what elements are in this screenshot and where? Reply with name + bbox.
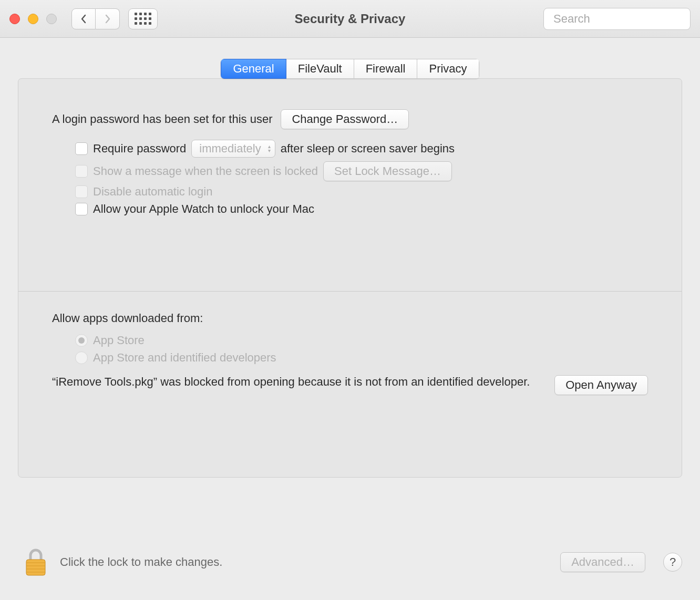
show-lock-message-checkbox xyxy=(75,165,88,178)
general-panel: A login password has been set for this u… xyxy=(18,78,682,478)
updown-chevron-icon: ▴▾ xyxy=(268,144,271,153)
require-password-delay-popup[interactable]: immediately ▴▾ xyxy=(191,140,275,158)
apple-watch-unlock-label: Allow your Apple Watch to unlock your Ma… xyxy=(93,202,314,216)
blocked-app-message: “iRemove Tools.pkg” was blocked from ope… xyxy=(52,374,544,390)
radio-app-store xyxy=(75,334,88,347)
radio-app-store-label: App Store xyxy=(93,334,145,347)
require-password-suffix: after sleep or screen saver begins xyxy=(281,142,455,156)
nav-buttons xyxy=(71,8,120,29)
allow-apps-heading: Allow apps downloaded from: xyxy=(52,312,648,325)
show-all-button[interactable] xyxy=(128,8,158,29)
help-button[interactable]: ? xyxy=(663,553,682,572)
zoom-window-button[interactable] xyxy=(46,14,57,24)
grid-icon xyxy=(135,13,151,25)
titlebar: Security & Privacy xyxy=(0,0,700,38)
search-field[interactable] xyxy=(543,8,691,30)
footer: Click the lock to make changes. Advanced… xyxy=(0,537,700,600)
close-window-button[interactable] xyxy=(9,14,20,24)
open-anyway-button[interactable]: Open Anyway xyxy=(554,375,648,395)
chevron-right-icon xyxy=(104,14,111,24)
lock-hint-text: Click the lock to make changes. xyxy=(60,555,549,569)
traffic-lights xyxy=(9,14,57,24)
tab-bar: General FileVault Firewall Privacy xyxy=(18,59,682,79)
chevron-left-icon xyxy=(80,14,87,24)
login-password-set-label: A login password has been set for this u… xyxy=(52,112,272,126)
change-password-button[interactable]: Change Password… xyxy=(281,109,409,129)
set-lock-message-button: Set Lock Message… xyxy=(323,161,452,181)
tab-filevault[interactable]: FileVault xyxy=(286,59,354,79)
require-password-delay-value: immediately xyxy=(199,142,261,155)
disable-auto-login-checkbox xyxy=(75,185,88,198)
disable-auto-login-label: Disable automatic login xyxy=(93,185,212,199)
apple-watch-unlock-checkbox[interactable] xyxy=(75,203,88,215)
tab-privacy[interactable]: Privacy xyxy=(417,59,479,79)
require-password-label: Require password xyxy=(93,142,186,156)
tab-firewall[interactable]: Firewall xyxy=(354,59,418,79)
back-button[interactable] xyxy=(71,8,96,29)
advanced-button: Advanced… xyxy=(560,552,645,572)
search-input[interactable] xyxy=(553,12,698,26)
svg-rect-2 xyxy=(26,560,45,575)
radio-identified-developers-label: App Store and identified developers xyxy=(93,351,276,365)
minimize-window-button[interactable] xyxy=(28,14,38,24)
require-password-checkbox[interactable] xyxy=(75,142,88,155)
tab-general[interactable]: General xyxy=(221,59,286,79)
radio-identified-developers xyxy=(75,351,88,364)
help-icon: ? xyxy=(670,555,676,569)
forward-button[interactable] xyxy=(96,8,120,29)
show-lock-message-label: Show a message when the screen is locked xyxy=(93,164,318,178)
lock-icon[interactable] xyxy=(23,547,48,577)
